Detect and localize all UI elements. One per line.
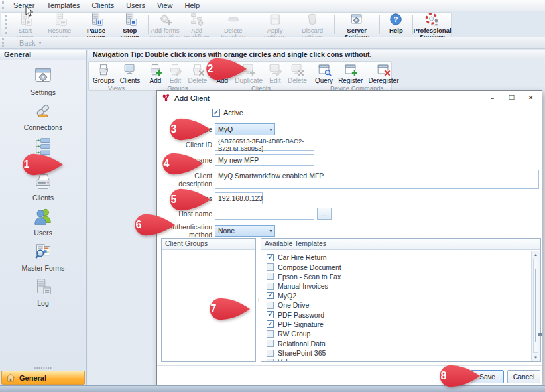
authentication-method-select[interactable]: None ▼ xyxy=(215,225,275,237)
host-name-input[interactable] xyxy=(215,208,314,220)
sidebar-item-log[interactable]: Log xyxy=(33,277,53,307)
template-checkbox[interactable] xyxy=(267,350,274,357)
host-name-browse-button[interactable]: ... xyxy=(317,208,332,220)
template-row-sharepoint-365[interactable]: SharePoint 365 xyxy=(267,348,531,358)
template-row-epson-scan-to-fax[interactable]: Epson - Scan to Fax xyxy=(267,272,531,281)
ribbon-button-label: Add xyxy=(149,77,161,84)
minimize-button[interactable]: – xyxy=(483,92,502,105)
toolbar-discard-settings: Discard settings xyxy=(292,13,332,35)
toolbar-help[interactable]: ?Help xyxy=(381,13,410,35)
template-row-one-drive[interactable]: One Drive xyxy=(267,300,531,310)
cancel-button[interactable]: Cancel xyxy=(507,370,540,383)
template-checkbox[interactable] xyxy=(267,359,274,361)
client-description-input[interactable]: MyQ Smartworkflow enabled MFP xyxy=(215,170,539,189)
template-checkbox[interactable] xyxy=(267,283,274,290)
forms-add-icon xyxy=(158,14,172,27)
callout-3: 3 xyxy=(161,117,212,142)
menu-clients[interactable]: Clients xyxy=(86,1,121,10)
template-label: One Drive xyxy=(278,301,309,309)
ribbon-device-commands-register[interactable]: Register xyxy=(335,62,365,84)
template-row-myq2[interactable]: ✓MyQ2 xyxy=(267,291,531,300)
template-label: Car Hire Return xyxy=(278,253,327,261)
ribbon-device-commands-query[interactable]: Query xyxy=(312,62,335,84)
available-templates-panel: Available Templates ✓Car Hire ReturnComp… xyxy=(261,238,541,362)
template-row-car-hire-return[interactable]: ✓Car Hire Return xyxy=(267,253,531,262)
client-type-select[interactable]: MyQ ▼ xyxy=(215,123,275,135)
chevron-down-icon: ▼ xyxy=(259,127,273,132)
template-checkbox[interactable]: ✓ xyxy=(267,311,274,318)
template-checkbox[interactable] xyxy=(267,330,274,338)
template-row-manual-invoices[interactable]: Manual Invoices xyxy=(267,281,531,291)
ribbon-button-label: Edit xyxy=(170,77,181,84)
scroll-down-icon[interactable]: ▼ xyxy=(532,354,540,361)
template-row-relational-data[interactable]: Relational Data xyxy=(267,339,531,348)
printer-add-icon xyxy=(148,62,162,77)
sidebar-footer-label: General xyxy=(19,374,46,382)
sidebar-splitter[interactable]: •••••••• xyxy=(0,365,86,371)
maximize-button[interactable]: ☐ xyxy=(502,92,521,105)
menu-templates[interactable]: Templates xyxy=(40,1,86,10)
toolbar-stop-server[interactable]: Stop server xyxy=(114,13,146,35)
template-checkbox[interactable] xyxy=(267,273,274,280)
monitor-delete-icon xyxy=(290,62,304,77)
callout-number: 2 xyxy=(198,56,223,82)
scrollbar-track[interactable] xyxy=(533,259,538,353)
template-row-pdf-password[interactable]: ✓PDF Password xyxy=(267,310,531,319)
server-pause-icon xyxy=(89,14,103,27)
ribbon-views-groups[interactable]: Groups xyxy=(90,62,117,84)
menu-users[interactable]: Users xyxy=(120,1,151,10)
callout-4: 4 xyxy=(154,151,204,176)
template-checkbox[interactable] xyxy=(267,340,274,347)
ribbon-groups-add[interactable]: Add xyxy=(145,62,165,84)
template-checkbox[interactable] xyxy=(267,302,274,309)
client-name-input[interactable]: My new MFP xyxy=(215,154,314,166)
window-deregister-icon xyxy=(376,62,391,77)
ribbon-views-clients[interactable]: Clients xyxy=(117,62,143,84)
close-button[interactable]: ✕ xyxy=(521,92,540,105)
template-label: SharePoint 365 xyxy=(278,349,326,357)
sidebar-item-settings[interactable]: Settings xyxy=(30,66,56,96)
template-row-volvo[interactable]: Volvo xyxy=(267,358,531,361)
back-button[interactable]: Back ▾ xyxy=(7,39,48,47)
monitor-icon xyxy=(123,62,137,77)
ribbon-button-label: Deregister xyxy=(368,77,398,84)
template-delete-icon xyxy=(226,14,241,27)
callout-7: 7 xyxy=(201,296,251,322)
toolbar-separator xyxy=(334,15,335,34)
scrollbar-thumb[interactable] xyxy=(535,269,536,342)
chevron-down-icon: ▼ xyxy=(259,229,273,233)
sidebar-item-connections[interactable]: Connections xyxy=(24,101,62,131)
toolbar-server-settings[interactable]: Server Settings xyxy=(337,13,377,35)
sidebar-footer-general[interactable]: General xyxy=(1,371,85,385)
templates-scrollbar[interactable]: ▲ ▼ xyxy=(531,251,540,361)
toolbar-pause-server[interactable]: Pause server xyxy=(78,13,113,35)
settings-icon xyxy=(33,66,53,88)
ribbon-device-commands-deregister[interactable]: Deregister xyxy=(365,62,401,84)
scroll-up-icon[interactable]: ▲ xyxy=(532,251,540,258)
app-logo-icon xyxy=(162,94,170,102)
menu-server[interactable]: Server xyxy=(7,1,40,10)
template-row-compose-document[interactable]: Compose Document xyxy=(267,262,531,271)
ribbon-button-label: Clients xyxy=(120,77,141,84)
sidebar-item-master-forms[interactable]: Master Forms xyxy=(22,242,65,272)
divider xyxy=(48,39,48,47)
callout-number: 5 xyxy=(161,187,186,212)
workflow-add-icon xyxy=(190,14,204,27)
menu-view[interactable]: View xyxy=(151,1,179,10)
ribbon-button-label: Register xyxy=(338,77,363,84)
template-checkbox[interactable]: ✓ xyxy=(267,292,274,299)
template-label: Volvo xyxy=(278,358,295,361)
client-id-input[interactable]: {AB766513-3F48-4D85-BAC2-B72F6F680053} xyxy=(215,139,314,151)
template-row-rw-group[interactable]: RW Group xyxy=(267,329,531,338)
toolbar-professional-services[interactable]: Professional Services xyxy=(415,13,450,35)
template-checkbox[interactable] xyxy=(267,263,274,271)
template-checkbox[interactable]: ✓ xyxy=(267,254,274,261)
toolbar-help-label: Help xyxy=(389,27,403,34)
menu-help[interactable]: Help xyxy=(179,1,206,10)
active-checkbox[interactable]: ✓ xyxy=(212,109,220,117)
dialog-title-bar[interactable]: Add Client – ☐ ✕ xyxy=(157,91,542,105)
template-row-pdf-signature[interactable]: ✓PDF Signature xyxy=(267,320,531,329)
ip-address-input[interactable]: 192.168.0.123 xyxy=(215,192,263,204)
sidebar-item-users[interactable]: Users xyxy=(33,207,53,237)
template-checkbox[interactable]: ✓ xyxy=(267,320,274,328)
